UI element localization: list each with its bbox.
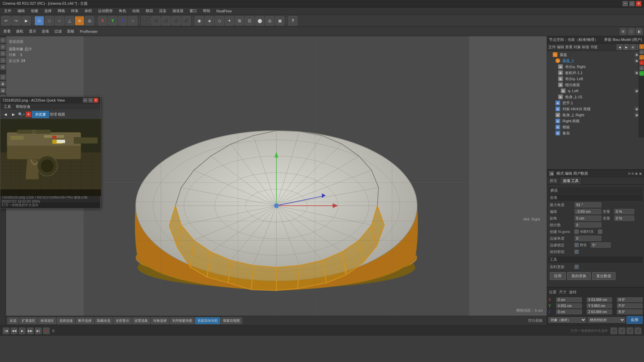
snap-btn-8[interactable]: ◎	[265, 16, 274, 25]
coord-system-select[interactable]: 对象（相对） 世界坐标	[548, 317, 586, 323]
create-btn-1[interactable]: ⊙	[35, 16, 44, 25]
create-btn-3[interactable]: ○	[55, 16, 64, 25]
vis-btn-9[interactable]: ◉	[635, 107, 639, 111]
tree-item-subdiv[interactable]: ▣ 细分曲面 ◉	[548, 82, 643, 88]
left-tool-7[interactable]: ◼	[0, 81, 6, 86]
coords-rot[interactable]: 旋转	[569, 290, 577, 295]
axis-all-button[interactable]: □	[128, 16, 138, 25]
create-btn-2[interactable]: □	[45, 16, 54, 25]
play-button[interactable]: ▶	[21, 16, 31, 25]
new-transform-button[interactable]: 新的变换	[567, 272, 591, 280]
snap-btn-2[interactable]: ◈	[205, 16, 214, 25]
play-btn[interactable]: ▶	[19, 327, 25, 334]
tree-item-body-right[interactable]: ▣ 枪身.上 Right ◉ ✕	[548, 112, 643, 118]
pos-y-value[interactable]: 4.931 cm	[556, 303, 582, 308]
float-view[interactable]: 视图	[58, 111, 65, 118]
cap-checkbox[interactable]	[598, 230, 602, 234]
vp-solid-block[interactable]: 视窗固体块图	[195, 317, 220, 324]
tab-options-tool[interactable]: 选项 工具	[560, 177, 582, 184]
status-tool-2[interactable]: ⬛	[619, 327, 625, 334]
tree-item-body[interactable]: ▣ 枪身.上-01 ✕	[548, 94, 643, 100]
icon-orange-1[interactable]: ●	[639, 44, 644, 49]
tree-item-bool-right[interactable]: ▣ 布尔q- Right ◉	[548, 64, 643, 70]
vis-btn-10[interactable]: ◉	[635, 113, 639, 117]
tree-item-right-model[interactable]: ▣ Right-简模 ◉	[548, 118, 643, 124]
tb2-filter[interactable]: 过滤	[52, 28, 64, 35]
menu-extensions[interactable]: 描述器	[170, 8, 186, 14]
play-next-btn[interactable]: ▶▶	[27, 327, 34, 334]
play-end-btn[interactable]: ▶|	[35, 327, 42, 334]
float-image-area[interactable]	[0, 119, 101, 196]
menu-edit[interactable]: 编辑	[15, 8, 28, 14]
record-btn[interactable]: ●	[43, 327, 50, 334]
play-prev-btn[interactable]: ◀◀	[11, 327, 17, 334]
float-manage[interactable]: 管理	[50, 111, 57, 118]
float-back[interactable]: ◀	[2, 111, 9, 118]
sub-angle-value[interactable]: 5 cm	[575, 216, 601, 221]
mode-btn-2[interactable]: ⬛	[151, 16, 161, 25]
size-y-value[interactable]: Y 9.863 cm	[587, 303, 612, 308]
scene-btn-3[interactable]: ⊕	[630, 44, 636, 50]
menu-spline[interactable]: 样条	[68, 8, 81, 14]
tree-item-disk1[interactable]: ● 圆盘_1 ◉ ✕	[548, 58, 643, 64]
float-minimize[interactable]: ─	[83, 98, 88, 103]
menu-mograph[interactable]: 运动图形	[95, 8, 115, 14]
vp-select-connect[interactable]: 选择连接	[57, 317, 75, 324]
tb2-panel[interactable]: 面板	[65, 28, 76, 35]
float-close[interactable]: ✕	[94, 98, 98, 103]
tree-item-template[interactable]: ▣ 模板 ◉	[548, 124, 643, 130]
vp-expand[interactable]: 扩展选区	[19, 317, 38, 324]
menu-mesh[interactable]: 网格	[55, 8, 68, 14]
scene-btn-1[interactable]: ◀	[616, 44, 623, 50]
left-tool-select[interactable]: ↖	[0, 38, 6, 43]
edge-lock-checkbox[interactable]	[575, 243, 579, 247]
vis-btn-3[interactable]: ◉	[635, 71, 639, 75]
tree-item-ring[interactable]: ▣ 板机环-1.1 ◉ ✕	[548, 70, 643, 76]
tb2-prorender[interactable]: ProRender	[78, 29, 100, 34]
rot-h-value[interactable]: H 0°	[617, 297, 643, 302]
menu-render[interactable]: 渲染	[156, 8, 169, 14]
menu-realflow[interactable]: RealFlow	[214, 8, 234, 14]
float-zoom-in[interactable]: 🔍+	[18, 111, 25, 118]
tb2-view[interactable]: 查看	[1, 28, 13, 35]
menu-simulate[interactable]: 模拟	[143, 8, 156, 14]
mode-btn-5[interactable]: ⬛	[181, 16, 191, 25]
tree-vis-btn[interactable]: ◉	[635, 53, 639, 57]
size-z-value[interactable]: Z 63.069 cm	[587, 309, 612, 314]
coords-pos[interactable]: 位置	[549, 290, 556, 295]
snap-btn-1[interactable]: ◉	[195, 16, 204, 25]
icon-red-1[interactable]: ●	[639, 60, 644, 65]
menu-help[interactable]: 帮助	[200, 8, 213, 14]
menu-window[interactable]: 窗口	[187, 8, 200, 14]
menu-create[interactable]: 创建	[28, 8, 41, 14]
vp-ctrl-3[interactable]: ◧	[636, 28, 643, 35]
coord-mode-select[interactable]: 绝对对比对	[588, 317, 626, 323]
vp-disconnect[interactable]: 断开选择	[76, 317, 94, 324]
keep-group-checkbox[interactable]	[575, 250, 579, 254]
subdiv-value[interactable]: 0	[575, 222, 601, 228]
undo-button[interactable]: ↩	[1, 16, 11, 25]
left-tool-rotate[interactable]: ↻	[0, 51, 6, 56]
play-back-btn[interactable]: |◀	[3, 327, 9, 334]
create-btn-4[interactable]: △	[65, 16, 74, 25]
tree-item-bool-left[interactable]: ▣ 布尔q- Left ◉	[548, 76, 643, 82]
pos-z-value[interactable]: 0 cm	[556, 309, 582, 314]
snap-btn-4[interactable]: ✦	[225, 16, 234, 25]
vp-show-all[interactable]: 全部显示	[113, 317, 131, 324]
menu-volume[interactable]: 体积	[82, 8, 95, 14]
float-menu-tools[interactable]: 工具	[2, 104, 13, 110]
snap-btn-6[interactable]: ⊡	[245, 16, 254, 25]
vp-back-view[interactable]: 视窗后视图	[221, 317, 242, 324]
tb2-display[interactable]: 显示	[27, 28, 38, 35]
snap-btn-7[interactable]: ⬤	[255, 16, 264, 25]
rot-p-value[interactable]: P 0°	[617, 303, 643, 308]
interface-label[interactable]: 界面	[604, 37, 611, 42]
mode-btn-3[interactable]: ⬛	[161, 16, 171, 25]
float-maximize[interactable]: □	[88, 98, 93, 103]
mode-btn-1[interactable]: ⬛	[141, 16, 151, 25]
tree-item-handle[interactable]: ▣ 把手.1 ◉	[548, 100, 643, 106]
tree-item-disk[interactable]: ● 圆盘 ◉ ✕	[548, 52, 643, 58]
axis-z-button[interactable]: Z	[118, 16, 127, 25]
props-back-btn[interactable]: ◀	[549, 171, 554, 176]
offset-value[interactable]: -3.93 cm	[575, 209, 601, 214]
